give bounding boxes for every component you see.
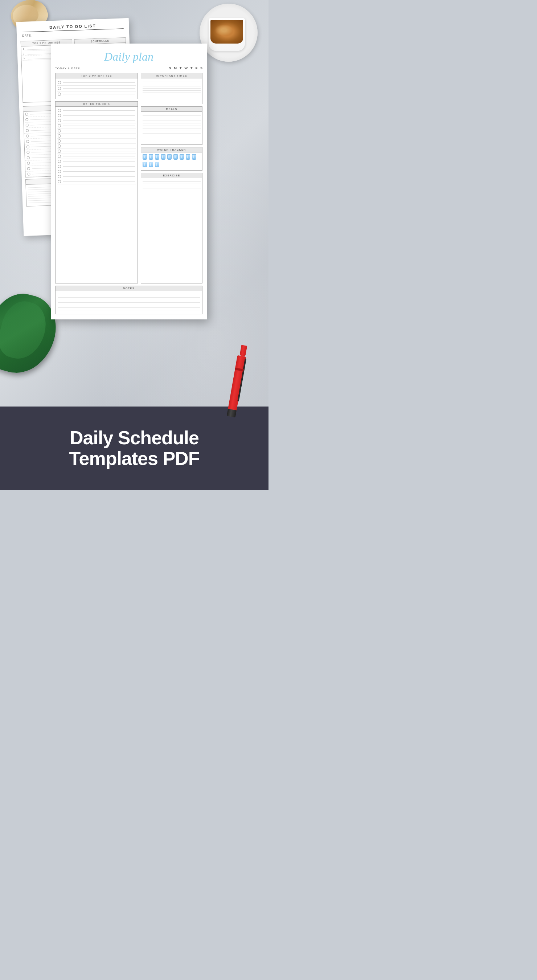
important-times-body: [141, 78, 202, 104]
other-todo-item: [57, 149, 136, 154]
other-todo-item: [57, 108, 136, 113]
exercise-section: EXERCISE: [141, 173, 202, 283]
exercise-header: EXERCISE: [141, 173, 202, 178]
water-tracker-section: WATER TRACKER: [141, 147, 202, 170]
important-times-header: IMPORTANT TIMES: [141, 73, 202, 78]
other-todo-item: [57, 164, 136, 169]
main-grid: TOP 3 PRIORITIES OTHER TO-DO'S: [51, 73, 207, 283]
notes-bottom-header: NOTES: [56, 286, 202, 291]
notes-bottom-body: [56, 291, 202, 314]
other-todo-item: [57, 179, 136, 185]
other-todo-item: [57, 129, 136, 134]
top3-section: TOP 3 PRIORITIES: [55, 73, 138, 99]
other-todo-item: [57, 169, 136, 174]
paper-front: Daily plan TODAY'S DATE: S M T W T F S T…: [51, 43, 207, 320]
day-s1: S: [169, 67, 171, 70]
top3-body: [56, 78, 138, 99]
water-glass-11: [149, 162, 154, 169]
todays-date-label: TODAY'S DATE:: [55, 67, 81, 70]
water-glass-10: [143, 162, 148, 169]
other-todo-item: [57, 113, 136, 118]
meals-body: [141, 112, 202, 145]
water-tracker-header: WATER TRACKER: [141, 147, 202, 153]
other-todos-header: OTHER TO-DO'S: [56, 102, 138, 107]
day-f: F: [195, 67, 197, 70]
water-tracker-body: [141, 153, 202, 170]
top3-item-2: [57, 86, 136, 91]
marker-band: [235, 368, 244, 371]
other-todo-item: [57, 138, 136, 144]
meals-section: MEALS: [141, 107, 202, 145]
date-days-row: TODAY'S DATE: S M T W T F S: [51, 67, 207, 73]
day-t1: T: [180, 67, 182, 70]
other-todos-body: [56, 107, 138, 186]
notes-bottom-section: NOTES: [55, 286, 202, 314]
water-glass-4: [161, 154, 166, 161]
days-row: S M T W T F S: [169, 67, 202, 70]
water-glass-7: [180, 154, 185, 161]
bottom-title-line2: Templates PDF: [69, 448, 200, 469]
exercise-body: [141, 178, 202, 198]
meals-header: MEALS: [141, 107, 202, 112]
other-todos-section: OTHER TO-DO'S: [55, 101, 138, 283]
other-todo-item: [57, 159, 136, 164]
bottom-text-section: Daily Schedule Templates PDF: [0, 407, 268, 490]
water-glass-9: [192, 154, 197, 161]
water-glass-8: [186, 154, 191, 161]
water-glass-12: [155, 162, 160, 169]
day-m: M: [174, 67, 177, 70]
water-glass-6: [173, 154, 178, 161]
top3-header: TOP 3 PRIORITIES: [56, 73, 138, 78]
other-todo-item: [57, 174, 136, 179]
top3-item-3: [57, 91, 136, 97]
daily-plan-title: Daily plan: [51, 43, 207, 67]
marker-tip: [240, 345, 247, 356]
day-s2: S: [200, 67, 202, 70]
other-todo-item: [57, 144, 136, 149]
water-glass-3: [155, 154, 160, 161]
other-todo-item: [57, 123, 136, 129]
day-w: W: [184, 67, 187, 70]
water-glass-2: [149, 154, 154, 161]
bottom-title-line1: Daily Schedule: [70, 428, 199, 448]
water-glass-5: [167, 154, 172, 161]
top3-item-1: [57, 80, 136, 86]
important-times-section: IMPORTANT TIMES: [141, 73, 202, 104]
other-todo-item: [57, 134, 136, 138]
other-todo-item: [57, 118, 136, 123]
other-todo-item: [57, 154, 136, 159]
day-t2: T: [191, 67, 193, 70]
water-glass-1: [143, 154, 148, 161]
coffee-cup-decoration: [196, 0, 268, 65]
left-column: TOP 3 PRIORITIES OTHER TO-DO'S: [55, 73, 138, 283]
right-column: IMPORTANT TIMES MEALS: [141, 73, 202, 283]
